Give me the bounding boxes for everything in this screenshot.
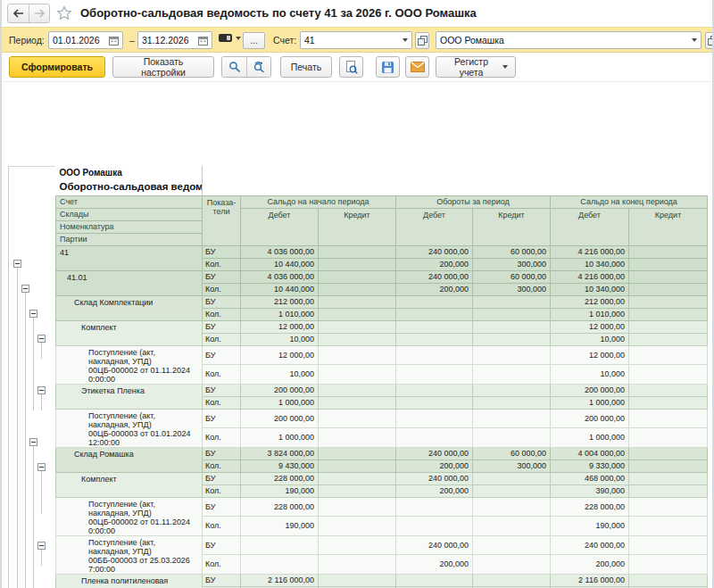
indicator-cell[interactable]: Кол. <box>203 308 241 320</box>
value-cell[interactable] <box>396 308 473 320</box>
collapse-marker[interactable] <box>37 542 46 550</box>
value-cell[interactable] <box>629 333 708 345</box>
value-cell[interactable] <box>473 365 551 385</box>
value-cell[interactable] <box>473 320 551 333</box>
value-cell[interactable]: 10 340,000 <box>551 258 629 270</box>
value-cell[interactable] <box>629 270 708 283</box>
row-group-name[interactable]: Этикетка Пленка <box>56 384 203 409</box>
value-cell[interactable] <box>396 497 473 517</box>
value-cell[interactable]: 240 000,00 <box>396 447 473 460</box>
value-cell[interactable]: 1 010,000 <box>551 308 629 320</box>
indicator-cell[interactable]: Кол. <box>203 484 241 497</box>
value-cell[interactable]: 10 440,000 <box>241 258 319 270</box>
forward-button[interactable] <box>29 4 49 22</box>
value-cell[interactable] <box>319 555 396 575</box>
value-cell[interactable]: 300,000 <box>473 283 551 295</box>
value-cell[interactable]: 1 010,000 <box>241 308 319 320</box>
value-cell[interactable]: 2 116 000,00 <box>551 574 629 586</box>
indicator-cell[interactable]: Кол. <box>203 460 241 472</box>
header-credit[interactable]: Кредит <box>629 208 708 245</box>
value-cell[interactable] <box>319 295 396 308</box>
chevron-down-icon[interactable] <box>403 38 408 42</box>
row-group-name[interactable]: Склад Ромашка <box>56 447 203 472</box>
indicator-cell[interactable]: БУ <box>203 295 241 308</box>
value-cell[interactable] <box>319 574 396 586</box>
collapse-marker[interactable] <box>37 463 46 471</box>
value-cell[interactable] <box>473 574 551 586</box>
back-button[interactable] <box>8 4 29 22</box>
account-input[interactable]: 41 <box>300 31 412 49</box>
value-cell[interactable] <box>396 574 473 586</box>
value-cell[interactable]: 12 000,00 <box>241 345 319 365</box>
value-cell[interactable]: 212 000,00 <box>551 295 629 308</box>
value-cell[interactable]: 60 000,00 <box>473 245 551 258</box>
value-cell[interactable] <box>473 333 551 345</box>
value-cell[interactable] <box>241 535 319 555</box>
value-cell[interactable] <box>241 555 319 575</box>
value-cell[interactable]: 300,000 <box>473 258 551 270</box>
value-cell[interactable]: 240 000,00 <box>396 270 473 283</box>
collapse-marker[interactable] <box>21 285 29 293</box>
value-cell[interactable]: 468 000,00 <box>551 472 629 484</box>
account-choose-button[interactable] <box>415 32 429 49</box>
value-cell[interactable] <box>629 428 708 448</box>
header-credit[interactable]: Кредит <box>319 208 396 245</box>
row-group-name[interactable]: Поступление (акт, накладная, УПД) 00ЦБ-0… <box>56 497 203 535</box>
value-cell[interactable] <box>473 535 551 555</box>
value-cell[interactable] <box>629 365 708 385</box>
value-cell[interactable] <box>473 396 551 409</box>
value-cell[interactable]: 190,000 <box>241 517 319 536</box>
value-cell[interactable]: 200 000,00 <box>551 384 629 396</box>
value-cell[interactable] <box>473 295 551 308</box>
value-cell[interactable]: 10,000 <box>551 333 629 345</box>
value-cell[interactable] <box>473 555 551 575</box>
value-cell[interactable] <box>319 283 396 295</box>
value-cell[interactable]: 228 000,00 <box>241 497 319 517</box>
indicator-cell[interactable]: БУ <box>203 384 241 396</box>
value-cell[interactable]: 4 216 000,00 <box>551 245 629 258</box>
value-cell[interactable] <box>396 320 473 333</box>
value-cell[interactable] <box>319 447 396 460</box>
value-cell[interactable] <box>319 472 396 484</box>
value-cell[interactable] <box>319 345 396 365</box>
date-to-input[interactable]: 31.12.2026 <box>137 31 212 49</box>
value-cell[interactable] <box>473 384 551 396</box>
value-cell[interactable]: 200,000 <box>551 555 629 575</box>
value-cell[interactable] <box>319 258 396 270</box>
value-cell[interactable]: 4 036 000,00 <box>241 245 319 258</box>
indicator-cell[interactable]: Кол. <box>203 517 241 536</box>
value-cell[interactable] <box>396 409 473 428</box>
value-cell[interactable] <box>629 320 708 333</box>
value-cell[interactable]: 10,000 <box>241 365 319 385</box>
indicator-cell[interactable]: Кол. <box>203 555 241 575</box>
value-cell[interactable] <box>629 258 708 270</box>
value-cell[interactable] <box>319 460 396 472</box>
indicator-cell[interactable]: БУ <box>203 535 241 555</box>
value-cell[interactable] <box>319 396 396 409</box>
value-cell[interactable] <box>629 447 708 460</box>
save-button[interactable] <box>376 56 400 78</box>
value-cell[interactable] <box>629 396 708 409</box>
value-cell[interactable] <box>629 295 708 308</box>
value-cell[interactable] <box>629 517 708 536</box>
row-group-name[interactable]: Комплект <box>56 472 203 497</box>
value-cell[interactable] <box>319 320 396 333</box>
row-group-name[interactable]: Поступление (акт, накладная, УПД) 00ББ-0… <box>56 535 203 574</box>
search-button[interactable] <box>222 57 246 77</box>
value-cell[interactable]: 200,000 <box>396 460 473 472</box>
header-dim-warehouses[interactable]: Склады <box>56 208 203 220</box>
value-cell[interactable] <box>319 517 396 536</box>
value-cell[interactable] <box>396 345 473 365</box>
organization-input[interactable]: ООО Ромашка <box>436 31 702 49</box>
indicator-cell[interactable]: БУ <box>203 497 241 517</box>
collapse-marker[interactable] <box>29 438 37 446</box>
value-cell[interactable] <box>473 497 551 517</box>
value-cell[interactable] <box>319 245 396 258</box>
value-cell[interactable]: 10 440,000 <box>241 283 319 295</box>
value-cell[interactable]: 190,000 <box>551 517 629 536</box>
indicator-cell[interactable]: БУ <box>203 245 241 258</box>
value-cell[interactable] <box>319 409 396 428</box>
value-cell[interactable]: 200 000,00 <box>241 384 319 396</box>
header-period-turnover[interactable]: Обороты за период <box>396 195 551 208</box>
value-cell[interactable]: 10,000 <box>241 333 319 345</box>
